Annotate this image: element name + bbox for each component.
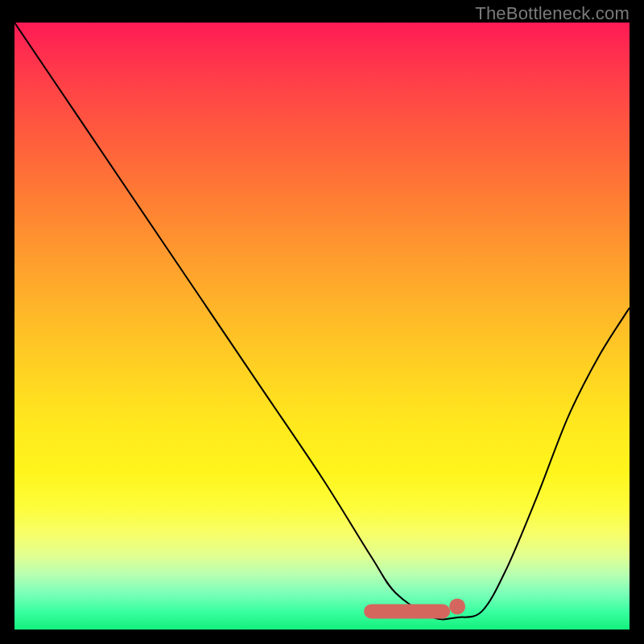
chart-canvas (14, 23, 630, 630)
watermark-text: TheBottleneck.com (475, 3, 630, 24)
curve-svg (14, 23, 630, 630)
optimal-range-end-dot (449, 598, 465, 614)
bottleneck-curve (14, 23, 630, 619)
